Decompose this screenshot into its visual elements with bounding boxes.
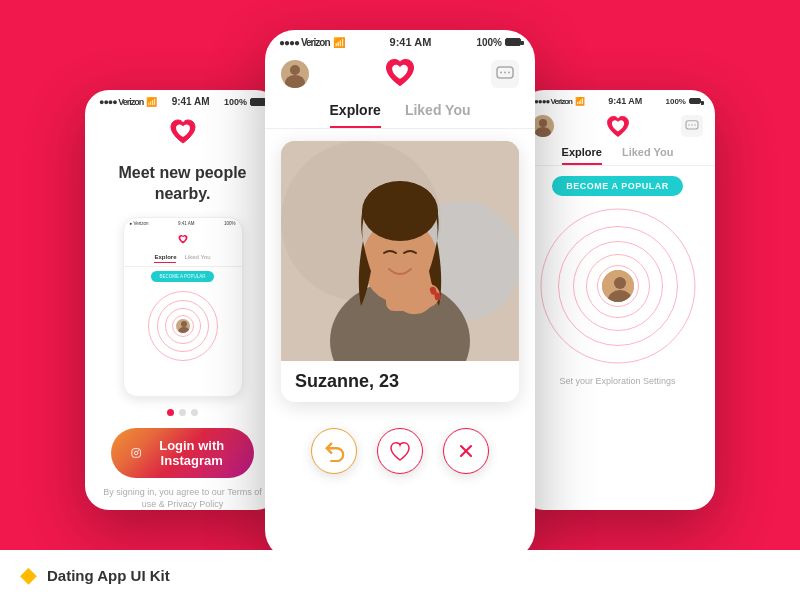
battery-left: 100% bbox=[224, 97, 247, 107]
svg-point-28 bbox=[691, 124, 693, 126]
svg-point-8 bbox=[500, 72, 502, 74]
liked-tab[interactable]: Liked You bbox=[405, 102, 471, 128]
heart-action-icon bbox=[388, 439, 412, 463]
phone-right: ●●●● Verizon 📶 9:41 AM 100% bbox=[520, 90, 715, 510]
right-header bbox=[520, 108, 715, 140]
explore-tab[interactable]: Explore bbox=[330, 102, 381, 128]
phone-left: ●●●● Verizon 📶 9:41 AM 100% Meet new peo… bbox=[85, 90, 280, 510]
instagram-login-btn[interactable]: Login with Instagram bbox=[111, 428, 254, 478]
svg-point-3 bbox=[134, 451, 137, 454]
mini-phone: ● Verizon 9:41 AM 100% Explore Liked You… bbox=[123, 217, 243, 397]
like-btn[interactable] bbox=[377, 428, 423, 474]
dot-1 bbox=[167, 409, 174, 416]
svg-point-6 bbox=[285, 75, 305, 88]
center-header bbox=[265, 50, 535, 94]
heart-logo-left bbox=[85, 109, 280, 155]
radar-container bbox=[538, 206, 698, 366]
status-bar-center: ●●●● Verizon 📶 9:41 AM 100% bbox=[265, 30, 535, 50]
mini-explore-tab[interactable]: Explore bbox=[154, 254, 176, 263]
wifi-left: 📶 bbox=[146, 97, 157, 107]
profile-name: Suzanne, 23 bbox=[295, 371, 505, 392]
profile-photo bbox=[281, 141, 519, 361]
headline: Meet new people nearby. bbox=[101, 163, 264, 205]
mini-avatar bbox=[175, 318, 191, 334]
status-bar-left: ●●●● Verizon 📶 9:41 AM 100% bbox=[85, 90, 280, 109]
right-explore-tab[interactable]: Explore bbox=[562, 146, 602, 165]
svg-point-4 bbox=[138, 450, 139, 451]
signin-text: By signing in, you agree to our Terms of… bbox=[101, 486, 264, 510]
svg-point-24 bbox=[539, 119, 547, 127]
chat-icon[interactable] bbox=[491, 60, 519, 88]
svg-point-27 bbox=[688, 124, 690, 126]
svg-rect-2 bbox=[132, 448, 141, 457]
close-action-icon bbox=[456, 441, 476, 461]
right-avatar bbox=[532, 115, 554, 137]
sketch-icon: ◆ bbox=[20, 562, 37, 588]
carrier-right: ●●●● Verizon bbox=[534, 97, 572, 106]
heart-icon-center bbox=[382, 54, 418, 90]
phones-container: ●●●● Verizon 📶 9:41 AM 100% Meet new peo… bbox=[0, 20, 800, 550]
heart-logo-center bbox=[382, 54, 418, 94]
time-center: 9:41 AM bbox=[390, 36, 432, 48]
center-tabs: Explore Liked You bbox=[265, 94, 535, 129]
svg-point-5 bbox=[290, 65, 300, 75]
battery-icon-right bbox=[689, 98, 701, 104]
instagram-icon bbox=[131, 445, 141, 461]
battery-right: 100% bbox=[666, 97, 686, 106]
instagram-btn-label: Login with Instagram bbox=[149, 438, 234, 468]
svg-point-25 bbox=[535, 127, 551, 137]
bottom-bar: ◆ Dating App UI Kit bbox=[0, 550, 800, 600]
left-content: Meet new people nearby. ● Verizon 9:41 A… bbox=[85, 155, 280, 510]
mini-tabs: Explore Liked You bbox=[124, 251, 242, 267]
undo-btn[interactable] bbox=[311, 428, 357, 474]
profile-info: Suzanne, 23 bbox=[281, 361, 519, 402]
svg-point-10 bbox=[508, 72, 510, 74]
center-avatar bbox=[281, 60, 309, 88]
carrier-center: ●●●● Verizon bbox=[279, 37, 330, 48]
mini-liked-tab[interactable]: Liked You bbox=[184, 254, 210, 263]
status-bar-right-phone: ●●●● Verizon 📶 9:41 AM 100% bbox=[520, 90, 715, 108]
mini-radar bbox=[143, 286, 223, 366]
bottom-bar-text: Dating App UI Kit bbox=[47, 567, 170, 584]
pass-btn[interactable] bbox=[443, 428, 489, 474]
right-tabs: Explore Liked You bbox=[520, 140, 715, 166]
undo-icon bbox=[323, 440, 345, 462]
svg-point-17 bbox=[362, 181, 438, 241]
action-buttons bbox=[265, 414, 535, 486]
heart-icon-right bbox=[604, 112, 632, 140]
svg-point-9 bbox=[504, 72, 506, 74]
dots-indicator bbox=[101, 409, 264, 416]
heart-icon-left bbox=[167, 115, 199, 147]
carrier-left: ●●●● Verizon bbox=[99, 97, 143, 107]
popular-btn[interactable]: BECOME A POPULAR bbox=[552, 176, 682, 196]
explore-settings[interactable]: Set your Exploration Settings bbox=[520, 376, 715, 386]
right-liked-tab[interactable]: Liked You bbox=[622, 146, 674, 165]
mini-heart bbox=[124, 229, 242, 251]
battery-icon-center bbox=[505, 38, 521, 46]
profile-card: Suzanne, 23 bbox=[281, 141, 519, 402]
dot-3 bbox=[191, 409, 198, 416]
profile-image bbox=[281, 141, 519, 361]
mini-popular-btn[interactable]: BECOME A POPULAR bbox=[151, 271, 213, 282]
time-left: 9:41 AM bbox=[172, 96, 210, 107]
radar-avatar bbox=[600, 268, 636, 304]
svg-point-29 bbox=[694, 124, 696, 126]
battery-icon-left bbox=[250, 98, 266, 106]
time-right: 9:41 AM bbox=[608, 96, 642, 106]
dot-2 bbox=[179, 409, 186, 416]
svg-point-31 bbox=[614, 277, 626, 289]
battery-center: 100% bbox=[476, 37, 502, 48]
chat-icon-right[interactable] bbox=[681, 115, 703, 137]
svg-point-0 bbox=[181, 321, 187, 327]
phone-center: ●●●● Verizon 📶 9:41 AM 100% bbox=[265, 30, 535, 560]
